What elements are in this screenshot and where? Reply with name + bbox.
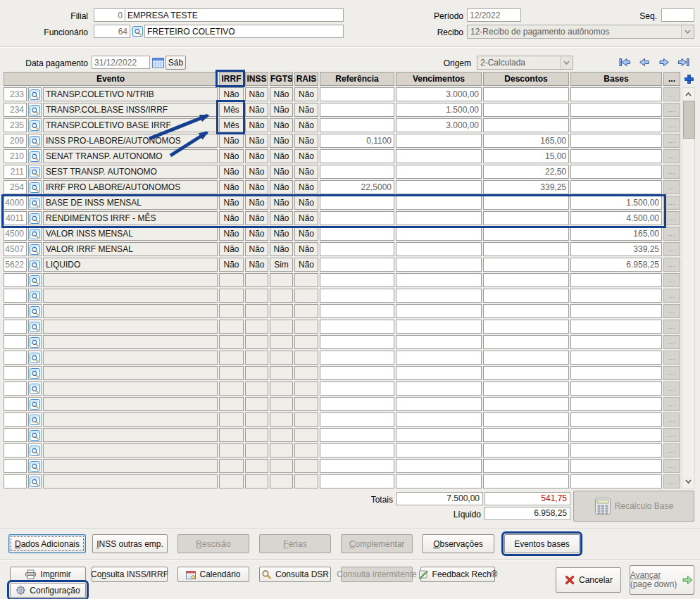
event-code-cell[interactable] — [4, 382, 27, 396]
flag-inss-cell[interactable]: Não — [245, 180, 268, 194]
row-more-button[interactable]: ... — [663, 397, 680, 411]
bases-cell[interactable] — [570, 289, 662, 303]
flag-inss-cell[interactable]: Não — [245, 149, 268, 163]
event-code-cell[interactable] — [4, 351, 27, 365]
flag-inss-cell[interactable]: Não — [245, 242, 268, 256]
flag-rais-cell[interactable] — [294, 382, 318, 396]
descontos-cell[interactable] — [483, 211, 569, 225]
nav-first-button[interactable] — [617, 56, 632, 68]
flag-rais-cell[interactable]: Não — [294, 180, 318, 194]
event-search-button[interactable] — [28, 459, 42, 473]
event-search-button[interactable] — [28, 320, 42, 334]
event-code-cell[interactable] — [4, 273, 27, 287]
flag-inss-cell[interactable]: Não — [245, 118, 268, 132]
referencia-cell[interactable]: 22,5000 — [320, 180, 394, 194]
flag-rais-cell[interactable]: Não — [294, 196, 318, 210]
flag-inss-cell[interactable]: Não — [245, 227, 268, 241]
event-code-cell[interactable] — [4, 412, 27, 427]
row-more-button[interactable]: ... — [663, 304, 680, 318]
descontos-cell[interactable] — [483, 196, 569, 210]
bases-cell[interactable] — [570, 397, 662, 411]
flag-rais-cell[interactable]: Não — [294, 149, 318, 163]
vencimentos-cell[interactable] — [396, 304, 482, 318]
column-header-more[interactable]: ... — [663, 72, 680, 86]
descontos-cell[interactable] — [483, 382, 569, 396]
flag-rais-cell[interactable] — [294, 335, 318, 349]
nav-last-button[interactable] — [676, 56, 692, 68]
avancar-button[interactable]: Avançar (page down) — [630, 565, 694, 595]
flag-irrf-cell[interactable] — [219, 351, 244, 365]
weekday-button[interactable]: Sáb — [165, 56, 186, 70]
bases-cell[interactable] — [570, 351, 662, 365]
vencimentos-cell[interactable] — [396, 474, 482, 488]
column-header-referencia[interactable]: Referência — [320, 72, 394, 86]
event-code-cell[interactable]: 233 — [4, 87, 27, 101]
row-more-button[interactable]: ... — [663, 428, 680, 442]
column-header-inss[interactable]: INSS — [245, 72, 268, 86]
row-more-button[interactable]: ... — [663, 103, 680, 117]
bases-cell[interactable] — [570, 118, 662, 132]
row-more-button[interactable]: ... — [663, 180, 680, 194]
bases-cell[interactable] — [570, 335, 662, 349]
referencia-cell[interactable] — [320, 289, 394, 303]
vencimentos-cell[interactable] — [396, 242, 482, 256]
vencimentos-cell[interactable] — [396, 412, 482, 427]
funcionario-code-field[interactable] — [94, 25, 130, 38]
event-search-button[interactable] — [28, 304, 42, 318]
flag-fgts-cell[interactable] — [270, 351, 293, 365]
flag-fgts-cell[interactable]: Sim — [270, 258, 293, 272]
event-name-cell[interactable]: LIQUIDO — [43, 258, 218, 272]
cancelar-button[interactable]: Cancelar — [556, 567, 621, 593]
vencimentos-cell[interactable] — [396, 211, 482, 225]
flag-rais-cell[interactable] — [294, 320, 318, 334]
event-code-cell[interactable] — [4, 397, 27, 411]
event-search-button[interactable] — [28, 196, 42, 210]
flag-fgts-cell[interactable]: Não — [270, 134, 293, 148]
flag-inss-cell[interactable]: Não — [245, 103, 268, 117]
event-search-button[interactable] — [28, 273, 42, 287]
column-header-rais[interactable]: RAIS — [294, 72, 318, 86]
event-name-cell[interactable] — [43, 366, 218, 380]
flag-fgts-cell[interactable]: Não — [270, 227, 293, 241]
flag-rais-cell[interactable] — [294, 474, 318, 488]
row-more-button[interactable]: ... — [663, 118, 680, 132]
referencia-cell[interactable] — [320, 273, 394, 287]
flag-irrf-cell[interactable]: Não — [219, 227, 244, 241]
event-code-cell[interactable] — [4, 474, 27, 488]
eventos-bases-button[interactable]: Eventos bases — [504, 534, 580, 553]
event-code-cell[interactable] — [4, 459, 27, 473]
row-more-button[interactable]: ... — [663, 351, 680, 365]
event-search-button[interactable] — [28, 428, 42, 442]
flag-fgts-cell[interactable] — [270, 366, 293, 380]
recibo-dropdown[interactable]: 12-Recibo de pagamento autônomos — [467, 25, 694, 39]
flag-irrf-cell[interactable]: Não — [219, 180, 244, 194]
column-header-irrf[interactable]: IRRF — [219, 72, 244, 86]
descontos-cell[interactable] — [483, 289, 569, 303]
flag-fgts-cell[interactable] — [270, 459, 293, 473]
flag-inss-cell[interactable] — [245, 474, 268, 488]
bases-cell[interactable] — [570, 165, 662, 179]
event-search-button[interactable] — [28, 149, 42, 163]
flag-irrf-cell[interactable]: Mês — [219, 118, 244, 132]
row-more-button[interactable]: ... — [663, 320, 680, 334]
event-name-cell[interactable]: SEST TRANSP. AUTONOMO — [43, 165, 218, 179]
flag-inss-cell[interactable]: Não — [245, 134, 268, 148]
event-search-button[interactable] — [28, 412, 42, 427]
flag-inss-cell[interactable] — [245, 335, 268, 349]
flag-rais-cell[interactable]: Não — [294, 118, 318, 132]
filial-name-field[interactable] — [125, 8, 344, 22]
event-name-cell[interactable]: RENDIMENTOS IRRF - MÊS — [43, 211, 218, 225]
column-header-evento[interactable]: Evento — [4, 72, 218, 86]
flag-irrf-cell[interactable] — [219, 382, 244, 396]
bases-cell[interactable] — [570, 412, 662, 427]
column-header-descontos[interactable]: Descontos — [483, 72, 569, 86]
event-name-cell[interactable]: TRANSP.COLETIVO BASE IRRF — [43, 118, 218, 132]
bases-cell[interactable] — [570, 428, 662, 442]
event-search-button[interactable] — [28, 474, 42, 488]
referencia-cell[interactable] — [320, 428, 394, 442]
complementar-button[interactable]: Complementar — [341, 534, 413, 553]
event-name-cell[interactable] — [43, 412, 218, 427]
event-name-cell[interactable]: SENAT TRANSP. AUTONOMO — [43, 149, 218, 163]
referencia-cell[interactable] — [320, 459, 394, 473]
event-name-cell[interactable]: TRANSP.COL.BASE INSS/IRRF — [43, 103, 218, 117]
